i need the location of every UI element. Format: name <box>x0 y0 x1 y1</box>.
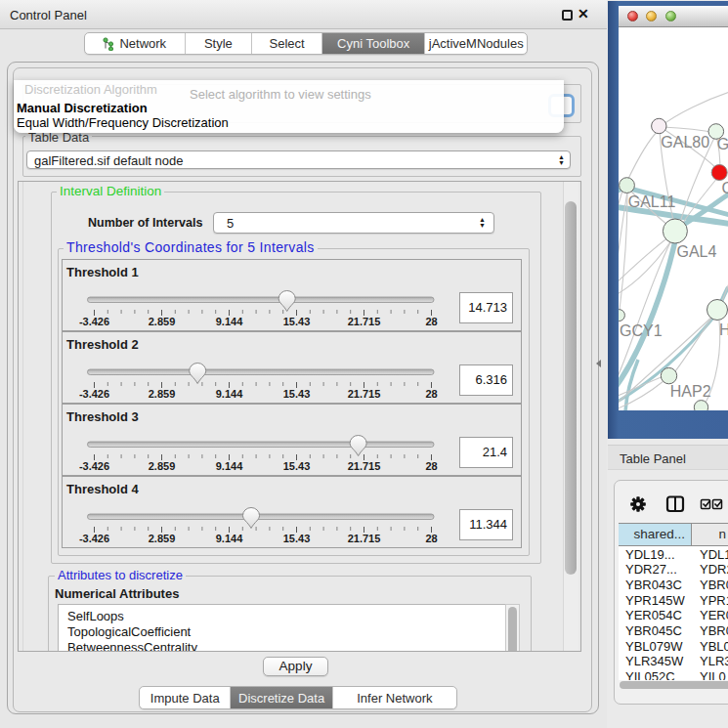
svg-text:-3.426: -3.426 <box>79 533 109 544</box>
svg-text:21.715: 21.715 <box>348 460 381 472</box>
svg-text:21.715: 21.715 <box>348 533 381 544</box>
svg-text:2.859: 2.859 <box>149 388 176 400</box>
svg-text:-3.426: -3.426 <box>79 460 109 472</box>
svg-text:15.43: 15.43 <box>283 388 311 400</box>
svg-text:H: H <box>719 321 728 338</box>
svg-text:9.144: 9.144 <box>216 533 243 544</box>
svg-text:-3.426: -3.426 <box>79 388 109 400</box>
svg-text:21.715: 21.715 <box>348 388 381 400</box>
svg-text:28: 28 <box>425 460 437 472</box>
svg-text:9.144: 9.144 <box>216 316 243 327</box>
svg-text:GAL4: GAL4 <box>677 243 717 260</box>
svg-text:HAP2: HAP2 <box>670 383 711 400</box>
svg-text:28: 28 <box>425 533 437 544</box>
svg-text:15.43: 15.43 <box>283 533 311 544</box>
svg-text:21.715: 21.715 <box>348 316 381 327</box>
svg-text:C: C <box>722 180 728 196</box>
svg-text:GAL80: GAL80 <box>661 134 709 150</box>
svg-text:GCY1: GCY1 <box>620 322 663 339</box>
svg-text:9.144: 9.144 <box>216 388 243 400</box>
svg-text:9.144: 9.144 <box>216 460 243 472</box>
svg-text:15.43: 15.43 <box>283 316 311 327</box>
svg-text:-3.426: -3.426 <box>79 316 109 327</box>
svg-text:2.859: 2.859 <box>149 316 176 327</box>
svg-text:28: 28 <box>425 316 437 327</box>
svg-text:15.43: 15.43 <box>283 460 311 472</box>
svg-text:2.859: 2.859 <box>149 460 176 472</box>
svg-text:28: 28 <box>425 388 437 400</box>
svg-text:GAL11: GAL11 <box>628 193 676 210</box>
svg-text:2.859: 2.859 <box>149 533 176 544</box>
svg-text:GA: GA <box>717 136 728 152</box>
